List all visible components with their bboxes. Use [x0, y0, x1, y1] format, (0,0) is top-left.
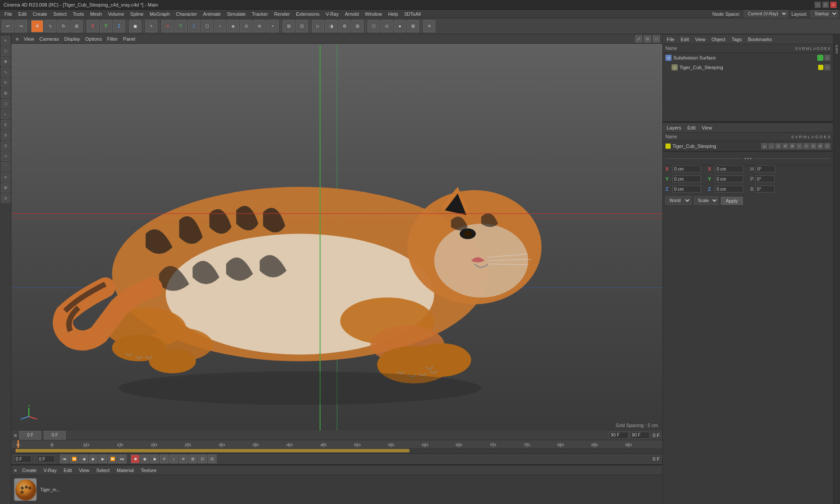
coord-y-rot-input[interactable] [715, 175, 743, 182]
brush-button[interactable]: ⊡ [296, 20, 308, 32]
tl-goto-end-button[interactable]: ⏭ [118, 455, 126, 463]
layer-icon-d[interactable]: ⊟ [810, 143, 816, 149]
menu-mograph[interactable]: MoGraph [147, 10, 172, 18]
layer-icon-s[interactable]: ● [761, 143, 767, 149]
vp-expand-button[interactable]: ⤢ [635, 35, 642, 42]
om-subdivision-vis[interactable]: ✓ [824, 55, 830, 61]
transform-tool-button[interactable]: ⊞ [70, 20, 83, 32]
vp-center-button[interactable]: ⊙ [644, 35, 651, 42]
sidebar-pointer-button[interactable]: ↖ [1, 36, 10, 46]
axis-z-button[interactable]: Z [113, 20, 125, 32]
menu-window[interactable]: Window [362, 10, 385, 18]
tl-frame-start-input[interactable] [609, 432, 629, 439]
node-editor-button[interactable]: ⊠ [407, 20, 419, 32]
add-object-button[interactable]: + [145, 20, 158, 32]
om-tiger-vis[interactable]: ✓ [824, 64, 830, 70]
menu-extensions[interactable]: Extensions [293, 10, 322, 18]
om-item-tiger[interactable]: ⊡ Tiger_Cub_Sleeping ✓ [663, 63, 833, 72]
node-space-select[interactable]: Current (V-Ray) [744, 10, 788, 18]
mat-select-menu[interactable]: Select [94, 466, 112, 475]
paint-tool-button[interactable]: ⊙ [381, 20, 393, 32]
vp-menu-panel[interactable]: Panel [121, 35, 137, 42]
layer-icon-e[interactable]: ⊞ [817, 143, 823, 149]
menu-tools[interactable]: Tools [70, 10, 87, 18]
vp-menu-view[interactable]: View [22, 35, 36, 42]
material-thumbnail[interactable] [14, 478, 37, 501]
tl-key-button[interactable]: ◆ [150, 455, 159, 463]
axis-x-button[interactable]: X [87, 20, 99, 32]
om-item-subdivision[interactable]: ⊞ Subdivision Surface ✓ [663, 53, 833, 63]
texture-button[interactable]: ⬡ [368, 20, 380, 32]
tl-options-button[interactable]: ⊟ [208, 455, 217, 463]
vp-maximize-button[interactable]: □ [653, 35, 660, 42]
redo-button[interactable]: ↪ [15, 20, 27, 32]
tl-input-field-2[interactable]: 0 F [44, 431, 66, 440]
mat-toggle[interactable]: ≡ [14, 468, 17, 473]
sidebar-poly-button[interactable]: ⬡ [1, 99, 10, 108]
mat-material-menu[interactable]: Material [115, 466, 136, 475]
layer-item-tiger[interactable]: Tiger_Cub_Sleeping ● ○ ⊡ ⊞ ⊠ ▷ ⊙ ⊟ ⊞ ⊡ [663, 141, 833, 151]
tl-prev-key-button[interactable]: ⏪ [70, 455, 78, 463]
render-settings-button[interactable]: ⚙ [338, 20, 350, 32]
layers-view-menu[interactable]: View [700, 125, 714, 131]
layer-icon-a[interactable]: ▷ [796, 143, 802, 149]
sidebar-scale-button[interactable]: ⤡ [1, 67, 10, 77]
mat-view-menu[interactable]: View [77, 466, 91, 475]
menu-render[interactable]: Render [271, 10, 292, 18]
sculpt-button[interactable]: ● [394, 20, 406, 32]
timeline-track[interactable] [11, 448, 662, 453]
coord-scale-dropdown[interactable]: Scale Size [694, 196, 718, 205]
hair-button[interactable]: ⁌ [266, 20, 279, 32]
om-tags-menu[interactable]: Tags [730, 36, 743, 42]
paint-button[interactable]: Z [188, 20, 200, 32]
layers-menu[interactable]: Layers [665, 125, 682, 131]
tl-record-button[interactable]: ⏺ [131, 455, 140, 463]
menu-animate[interactable]: Animate [200, 10, 223, 18]
tl-frame-end-input[interactable] [630, 432, 650, 439]
move-tool-button[interactable]: ✥ [31, 20, 43, 32]
light-button[interactable]: ◈ [227, 20, 239, 32]
model-mode-button[interactable]: ◼ [129, 20, 141, 32]
menu-edit[interactable]: Edit [16, 10, 29, 18]
select-button[interactable]: Y [175, 20, 187, 32]
tl-settings-button[interactable]: ⊡ [198, 455, 207, 463]
tl-input-field-1[interactable]: 0 F [19, 431, 41, 440]
tl-end-frame[interactable] [37, 455, 55, 462]
sidebar-magnet-button[interactable]: ⊃ [1, 151, 10, 161]
om-subdivision-check[interactable] [817, 55, 823, 61]
layers-edit-menu[interactable]: Edit [686, 125, 697, 131]
layer-icon-l[interactable]: ⊠ [789, 143, 795, 149]
far-tab-safe[interactable]: SAFE [834, 36, 840, 63]
mat-create-menu[interactable]: Create [20, 466, 38, 475]
coord-x-pos-input[interactable] [672, 165, 701, 172]
menu-create[interactable]: Create [30, 10, 50, 18]
menu-tracker[interactable]: Tracker [249, 10, 271, 18]
sidebar-spline2-button[interactable]: S [1, 130, 10, 140]
sidebar-move-button[interactable]: ✥ [1, 57, 10, 66]
coord-z-rot-input[interactable] [715, 186, 743, 192]
layer-icon-r[interactable]: ⊡ [775, 143, 781, 149]
menu-3dtoall[interactable]: 3DToAll [402, 10, 424, 18]
tl-next-key-button[interactable]: ⏩ [108, 455, 117, 463]
mat-vray-menu[interactable]: V-Ray [42, 466, 58, 475]
mat-edit-menu[interactable]: Edit [62, 466, 74, 475]
minimize-button[interactable]: − [815, 2, 821, 8]
menu-character[interactable]: Character [173, 10, 200, 18]
maximize-button[interactable]: □ [822, 2, 829, 8]
menu-mesh[interactable]: Mesh [88, 10, 105, 18]
lasso-button[interactable]: ✕ [161, 20, 174, 32]
rotate-tool-button[interactable]: ↻ [57, 20, 70, 32]
coord-world-dropdown[interactable]: World Object [665, 196, 691, 205]
tl-start-frame[interactable] [14, 455, 32, 462]
om-bookmarks-menu[interactable]: Bookmarks [746, 36, 773, 42]
tl-next-frame-button[interactable]: ▶ [98, 455, 107, 463]
vp-menu-options[interactable]: Options [84, 35, 104, 42]
tl-prev-frame-button[interactable]: ◀ [79, 455, 88, 463]
sidebar-select-button[interactable]: ⬡ [1, 46, 10, 56]
vp-menu-toggle[interactable]: ≡ [14, 35, 20, 42]
menu-volume[interactable]: Volume [105, 10, 127, 18]
tl-play-button[interactable]: ▶ [89, 455, 98, 463]
knife-button[interactable]: ⊞ [283, 20, 295, 32]
layout-select[interactable]: Startup [811, 10, 838, 18]
deformer-button[interactable]: ≋ [253, 20, 266, 32]
